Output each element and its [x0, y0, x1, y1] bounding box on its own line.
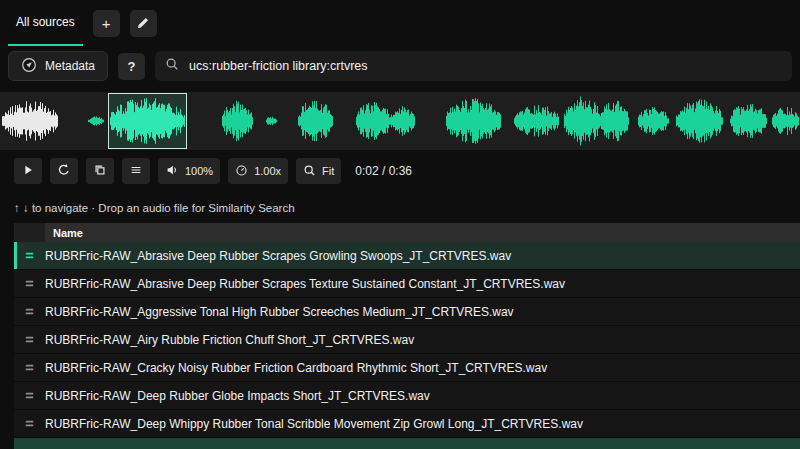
file-name: RUBRFric-RAW_Cracky Noisy Rubber Frictio… — [45, 361, 547, 375]
waveform-canvas[interactable] — [0, 92, 800, 150]
drag-handle-icon[interactable] — [14, 361, 45, 374]
partial-next-row[interactable] — [14, 438, 800, 449]
drag-handle-column-header — [14, 223, 45, 242]
table-row[interactable]: RUBRFric-RAW_Deep Whippy Rubber Tonal Sc… — [14, 410, 800, 438]
drag-handle-icon[interactable] — [14, 389, 45, 402]
play-icon — [21, 163, 35, 179]
table-row[interactable]: RUBRFric-RAW_Deep Rubber Globe Impacts S… — [14, 382, 800, 410]
edit-button[interactable] — [130, 10, 157, 37]
volume-button[interactable]: 100% — [158, 158, 220, 184]
file-name: RUBRFric-RAW_Aggressive Tonal High Rubbe… — [45, 305, 514, 319]
list-menu-button[interactable] — [122, 158, 150, 184]
app-window: All sources + Metadata ? — [0, 0, 800, 449]
add-source-button[interactable]: + — [93, 10, 120, 37]
file-name: RUBRFric-RAW_Abrasive Deep Rubber Scrape… — [45, 277, 565, 291]
help-icon: ? — [128, 60, 136, 73]
speed-value: 1.00x — [254, 165, 281, 177]
drag-handle-icon[interactable] — [14, 417, 45, 430]
search-input[interactable] — [187, 58, 782, 74]
top-tab-bar: All sources + — [0, 0, 800, 46]
plus-icon: + — [102, 16, 111, 31]
zoom-mode-label: Fit — [322, 165, 334, 177]
help-button[interactable]: ? — [118, 53, 145, 80]
metadata-label: Metadata — [45, 59, 95, 73]
table-header: Name — [14, 223, 800, 242]
file-name: RUBRFric-RAW_Abrasive Deep Rubber Scrape… — [45, 249, 511, 263]
column-header-name[interactable]: Name — [45, 223, 800, 242]
transport-bar: 100% 1.00x Fit 0:02 / 0:36 — [0, 150, 800, 184]
search-icon — [165, 57, 179, 75]
menu-lines-icon — [129, 163, 143, 179]
file-name: RUBRFric-RAW_Deep Whippy Rubber Tonal Sc… — [45, 417, 583, 431]
zoom-fit-button[interactable]: Fit — [296, 158, 341, 184]
results-table: Name RUBRFric-RAW_Abrasive Deep Rubber S… — [14, 223, 800, 449]
toolbar: Metadata ? — [0, 46, 800, 86]
loop-button[interactable] — [50, 158, 78, 184]
table-row[interactable]: RUBRFric-RAW_Cracky Noisy Rubber Frictio… — [14, 354, 800, 382]
table-row[interactable]: RUBRFric-RAW_Abrasive Deep Rubber Scrape… — [14, 270, 800, 298]
play-button[interactable] — [14, 158, 42, 184]
file-name: RUBRFric-RAW_Deep Rubber Globe Impacts S… — [45, 389, 430, 403]
table-row[interactable]: RUBRFric-RAW_Airy Rubble Friction Chuff … — [14, 326, 800, 354]
drag-handle-icon[interactable] — [14, 277, 45, 290]
metadata-icon — [21, 57, 37, 76]
copy-icon — [93, 163, 107, 179]
search-bar[interactable] — [155, 51, 792, 81]
tab-all-sources[interactable]: All sources — [8, 0, 83, 46]
speed-button[interactable]: 1.00x — [228, 158, 288, 184]
file-list: RUBRFric-RAW_Abrasive Deep Rubber Scrape… — [14, 242, 800, 438]
time-display: 0:02 / 0:36 — [355, 164, 412, 178]
file-name: RUBRFric-RAW_Airy Rubble Friction Chuff … — [45, 333, 414, 347]
pencil-icon — [136, 16, 150, 30]
drag-handle-icon[interactable] — [14, 249, 45, 262]
duplicate-button[interactable] — [86, 158, 114, 184]
metadata-button[interactable]: Metadata — [8, 51, 108, 81]
speaker-icon — [165, 163, 179, 179]
drag-handle-icon[interactable] — [14, 305, 45, 318]
waveform-display[interactable] — [0, 92, 800, 150]
speed-gauge-icon — [235, 164, 248, 179]
drag-handle-icon[interactable] — [14, 333, 45, 346]
loop-icon — [57, 163, 71, 179]
navigation-hint: ↑ ↓ to navigate · Drop an audio file for… — [14, 202, 800, 214]
zoom-icon — [303, 164, 316, 179]
table-row[interactable]: RUBRFric-RAW_Aggressive Tonal High Rubbe… — [14, 298, 800, 326]
table-row[interactable]: RUBRFric-RAW_Abrasive Deep Rubber Scrape… — [14, 242, 800, 270]
volume-value: 100% — [185, 165, 213, 177]
tab-all-sources-label: All sources — [16, 15, 75, 29]
